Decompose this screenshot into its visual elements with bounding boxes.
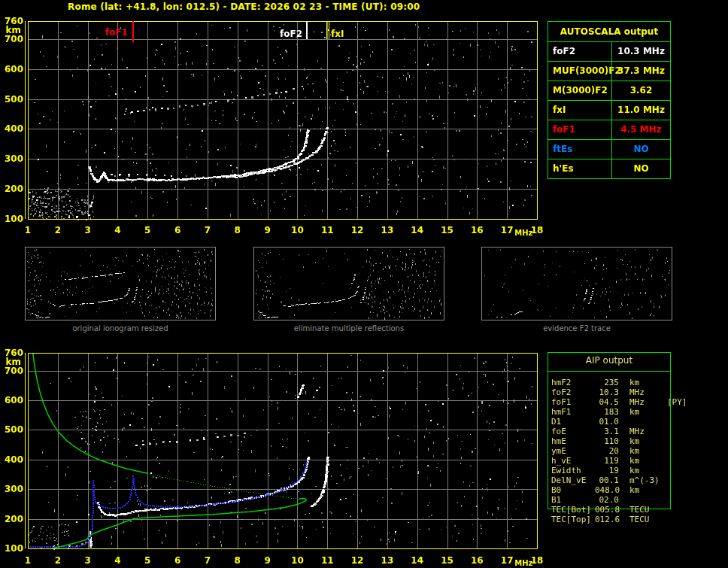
autoscala-window: Rome (lat: +41.8, lon: 012.5) - DATE: 20…: [0, 0, 728, 568]
row-value: 11.0 MHz: [611, 101, 670, 120]
fof2-marker-label: foF2: [272, 29, 302, 39]
autoscala-output-table: AUTOSCALA output foF2 10.3 MHz MUF(3000)…: [548, 21, 671, 179]
bottom-ionogram-plot-canvas: [0, 345, 549, 568]
row-label: h'Es: [548, 159, 611, 179]
aip-row-unit: km: [629, 485, 667, 495]
aip-row-ewidth: Ewidth19km: [551, 466, 726, 475]
thumbnail-caption-1: original ionogram resized: [25, 324, 216, 333]
top-ionogram-plot-canvas: [0, 12, 549, 238]
aip-row-value: 005.8: [595, 505, 619, 515]
aip-row-fof2: foF210.3MHz: [551, 387, 726, 397]
row-label: ftEs: [548, 140, 611, 159]
aip-row-value: 19: [595, 466, 619, 475]
aip-row-hme: hmE110km: [551, 436, 726, 446]
aip-row-unit: km: [629, 407, 667, 417]
aip-row-unit: TECU: [629, 505, 667, 515]
aip-row-label: D1: [551, 417, 595, 427]
aip-row-value: 10.3: [595, 387, 619, 397]
aip-row-unit: m^(-3): [629, 475, 667, 485]
aip-row-label: foF1: [551, 397, 595, 407]
aip-row-unit: km: [629, 378, 667, 387]
row-value: 3.62: [611, 81, 670, 100]
aip-row-value: 110: [595, 436, 619, 446]
table-row-m3000f2: M(3000)F2 3.62: [548, 81, 670, 101]
aip-row-value: 012.6: [595, 515, 619, 524]
thumbnail-f2-trace-evidence: [481, 247, 672, 320]
fof1-marker-label: foF1: [99, 27, 128, 38]
row-label: MUF(3000)F2: [548, 62, 611, 80]
aip-row-unit: MHz: [629, 387, 667, 397]
thumbnail-caption-3: evidence F2 trace: [481, 324, 672, 333]
thumbnail-original-ionogram: [25, 247, 216, 320]
aip-row-foe: foE3.1MHz: [551, 427, 726, 436]
autoscala-table-header: AUTOSCALA output: [548, 22, 670, 42]
aip-row-unit: km: [629, 436, 667, 446]
aip-row-label: TEC[Bot]: [551, 505, 595, 515]
aip-row-unit: km: [629, 456, 667, 466]
station-title: Rome (lat: +41.8, lon: 012.5) - DATE: 20…: [68, 2, 420, 12]
table-row-fxi: fxI 11.0 MHz: [548, 101, 670, 120]
aip-row-deln-ve: DelN_vE00.1m^(-3): [551, 475, 726, 485]
row-label: M(3000)F2: [548, 81, 611, 100]
aip-row-d1: D101.0: [551, 417, 726, 427]
aip-row-label: hmF1: [551, 407, 595, 417]
aip-row-b0: B0048.0km: [551, 485, 726, 495]
aip-row-yme: ymE20km: [551, 446, 726, 456]
table-row-fof2: foF2 10.3 MHz: [548, 42, 670, 62]
aip-table-header: AIP output: [548, 355, 671, 366]
aip-row-label: TEC[Top]: [551, 515, 595, 524]
aip-row-unit: TECU: [629, 515, 667, 524]
aip-row-label: DelN_vE: [551, 475, 595, 485]
thumbnail-caption-2: eliminate multiple reflections: [253, 324, 444, 333]
row-value: 10.3 MHz: [611, 42, 670, 61]
aip-row-label: B1: [551, 495, 595, 505]
table-row-ftes: ftEs NO: [548, 140, 670, 159]
aip-row-unit: km: [629, 466, 667, 475]
row-value: 4.5 MHz: [611, 120, 670, 139]
aip-row-unit: MHz: [629, 427, 667, 436]
aip-row-hmf1: hmF1183km: [551, 407, 726, 417]
fxi-marker-label: fxI: [331, 29, 344, 39]
aip-row-value: 183: [595, 407, 619, 417]
aip-row-tec-top-: TEC[Top]012.6TECU: [551, 515, 726, 524]
aip-row-h-ve: h_vE119km: [551, 456, 726, 466]
aip-row-label: hmE: [551, 436, 595, 446]
aip-row-label: B0: [551, 485, 595, 495]
aip-row-hmf2: hmF2235km: [551, 378, 726, 387]
aip-row-b1: B102.0: [551, 495, 726, 505]
aip-header-divider: [548, 371, 671, 372]
row-value: NO: [611, 159, 670, 179]
row-value: NO: [611, 140, 670, 159]
aip-row-unit: km: [629, 446, 667, 456]
aip-row-value: 048.0: [595, 485, 619, 495]
aip-row-fof1: foF104.5MHz[PY]: [551, 397, 726, 407]
aip-row-value: 20: [595, 446, 619, 456]
table-row-fof1: foF1 4.5 MHz: [548, 120, 670, 140]
row-label: fxI: [548, 101, 611, 120]
aip-row-label: foF2: [551, 387, 595, 397]
aip-row-note: [PY]: [667, 397, 687, 407]
aip-row-label: ymE: [551, 446, 595, 456]
aip-row-value: 119: [595, 456, 619, 466]
table-row-muf3000f2: MUF(3000)F2 37.3 MHz: [548, 62, 670, 81]
aip-row-value: 235: [595, 378, 619, 387]
row-label: foF1: [548, 120, 611, 139]
aip-row-tec-bot-: TEC[Bot]005.8TECU: [551, 505, 726, 515]
thumbnail-multiple-reflections-removed: [253, 247, 444, 320]
aip-row-label: h_vE: [551, 456, 595, 466]
table-row-hes: h'Es NO: [548, 159, 670, 179]
aip-row-label: Ewidth: [551, 466, 595, 475]
aip-output-table: hmF2235kmfoF210.3MHzfoF104.5MHz[PY]hmF11…: [551, 378, 726, 524]
row-label: foF2: [548, 42, 611, 61]
aip-row-value: 04.5: [595, 397, 619, 407]
aip-row-value: 3.1: [595, 427, 619, 436]
row-value: 37.3 MHz: [611, 62, 670, 80]
aip-row-value: 01.0: [595, 417, 619, 427]
aip-row-label: hmF2: [551, 378, 595, 387]
aip-row-unit: MHz: [629, 397, 667, 407]
aip-row-value: 00.1: [595, 475, 619, 485]
aip-row-value: 02.0: [595, 495, 619, 505]
aip-row-label: foE: [551, 427, 595, 436]
